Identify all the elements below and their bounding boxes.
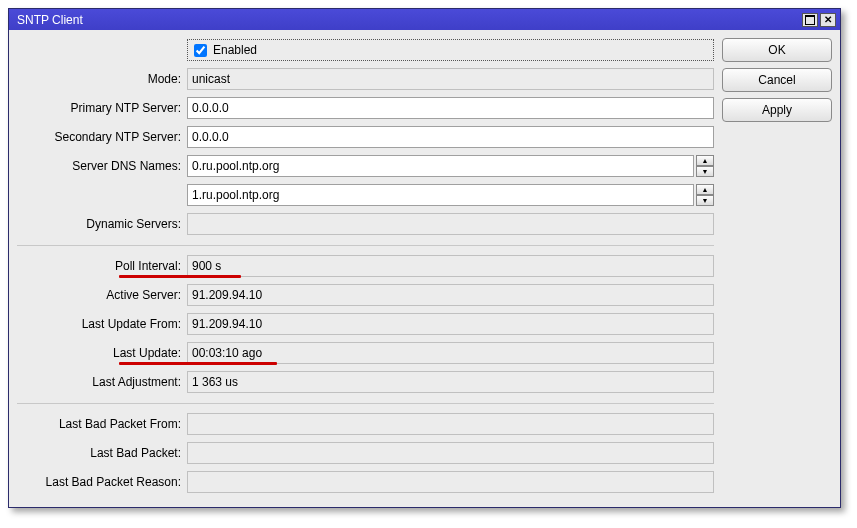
- secondary-ntp-label: Secondary NTP Server:: [17, 130, 187, 144]
- last-bad-packet-reason-label: Last Bad Packet Reason:: [17, 475, 187, 489]
- last-update-from-value: 91.209.94.10: [187, 313, 714, 335]
- secondary-ntp-input[interactable]: [187, 126, 714, 148]
- dns-name-1-down-button[interactable]: ▼: [696, 166, 714, 177]
- separator-2: [17, 403, 714, 404]
- enabled-label: Enabled: [213, 43, 257, 57]
- form-area: Enabled Mode: unicast Primary NTP Server…: [17, 38, 714, 499]
- dynamic-servers-value: [187, 213, 714, 235]
- dns-name-1-up-button[interactable]: ▲: [696, 155, 714, 166]
- apply-button[interactable]: Apply: [722, 98, 832, 122]
- cancel-button[interactable]: Cancel: [722, 68, 832, 92]
- primary-ntp-label: Primary NTP Server:: [17, 101, 187, 115]
- poll-interval-label: Poll Interval:: [17, 259, 187, 273]
- last-adjustment-value: 1 363 us: [187, 371, 714, 393]
- dns-names-label: Server DNS Names:: [17, 159, 187, 173]
- separator-1: [17, 245, 714, 246]
- last-update-value: 00:03:10 ago: [187, 342, 714, 364]
- last-adjustment-label: Last Adjustment:: [17, 375, 187, 389]
- titlebar: SNTP Client ✕: [9, 9, 840, 30]
- ok-button[interactable]: OK: [722, 38, 832, 62]
- last-bad-packet-value: [187, 442, 714, 464]
- active-server-value: 91.209.94.10: [187, 284, 714, 306]
- last-bad-packet-reason-value: [187, 471, 714, 493]
- primary-ntp-input[interactable]: [187, 97, 714, 119]
- mode-value: unicast: [187, 68, 714, 90]
- last-update-from-label: Last Update From:: [17, 317, 187, 331]
- last-bad-packet-from-value: [187, 413, 714, 435]
- dns-name-1-input[interactable]: [187, 155, 694, 177]
- dns-name-1-spinner: ▲ ▼: [696, 155, 714, 177]
- close-button[interactable]: ✕: [820, 13, 836, 27]
- last-bad-packet-label: Last Bad Packet:: [17, 446, 187, 460]
- button-column: OK Cancel Apply: [722, 38, 832, 499]
- dynamic-servers-label: Dynamic Servers:: [17, 217, 187, 231]
- window-title: SNTP Client: [17, 13, 800, 27]
- maximize-button[interactable]: [802, 13, 818, 27]
- dns-name-2-down-button[interactable]: ▼: [696, 195, 714, 206]
- dns-name-2-up-button[interactable]: ▲: [696, 184, 714, 195]
- last-update-label: Last Update:: [17, 346, 187, 360]
- dns-name-2-input[interactable]: [187, 184, 694, 206]
- sntp-client-window: SNTP Client ✕ Enabled Mode: unicast: [8, 8, 841, 508]
- enabled-checkbox-container[interactable]: Enabled: [187, 39, 714, 61]
- active-server-label: Active Server:: [17, 288, 187, 302]
- dns-name-2-spinner: ▲ ▼: [696, 184, 714, 206]
- enabled-checkbox[interactable]: [194, 44, 207, 57]
- mode-label: Mode:: [17, 72, 187, 86]
- poll-interval-value: 900 s: [187, 255, 714, 277]
- last-bad-packet-from-label: Last Bad Packet From:: [17, 417, 187, 431]
